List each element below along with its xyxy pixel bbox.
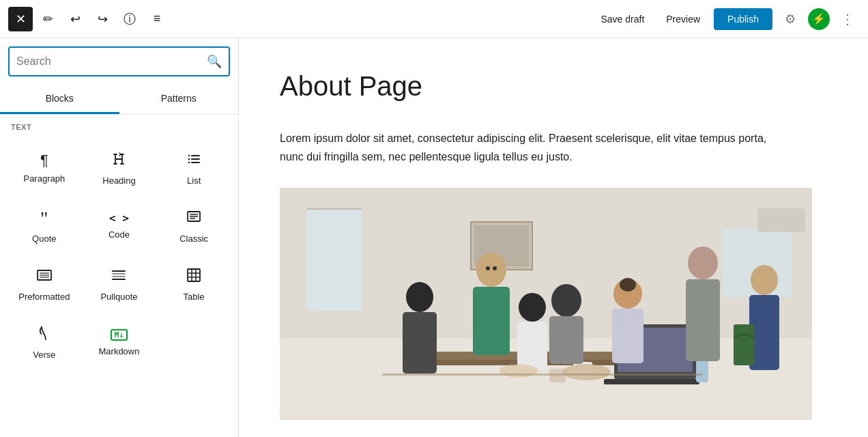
close-button[interactable]: ✕: [8, 7, 33, 31]
svg-rect-60: [734, 324, 754, 365]
redo-icon: ↪: [98, 12, 108, 27]
search-wrapper: 🔍: [8, 46, 230, 76]
pullquote-label: Pullquote: [100, 292, 137, 302]
table-label: Table: [184, 292, 205, 302]
svg-point-43: [486, 266, 490, 270]
svg-point-53: [751, 265, 778, 295]
more-options-button[interactable]: ⋮: [835, 7, 860, 31]
table-icon: [186, 267, 202, 286]
svg-rect-30: [757, 208, 805, 232]
block-quote[interactable]: " Quote: [8, 197, 81, 253]
content-area: About Page Lorem ipsum dolor sit amet, c…: [239, 38, 868, 437]
block-paragraph[interactable]: ¶ Paragraph: [8, 139, 81, 195]
svg-point-42: [476, 253, 506, 287]
heading-label: Heading: [102, 175, 135, 186]
svg-point-51: [688, 246, 718, 279]
svg-rect-45: [473, 287, 510, 355]
list-block-icon: [186, 151, 202, 170]
svg-point-44: [493, 266, 497, 270]
list-icon: ≡: [154, 12, 161, 26]
close-icon: ✕: [16, 12, 26, 27]
tab-patterns[interactable]: Patterns: [119, 85, 239, 114]
preformatted-label: Preformatted: [18, 292, 70, 302]
preview-button[interactable]: Preview: [658, 10, 708, 29]
settings-button[interactable]: ⚙: [778, 7, 802, 31]
svg-rect-25: [307, 208, 362, 311]
page-title[interactable]: About Page: [280, 71, 827, 102]
section-label-text: TEXT: [8, 123, 230, 131]
code-icon: < >: [109, 213, 129, 224]
block-preformatted[interactable]: Preformatted: [8, 255, 81, 311]
publish-button[interactable]: Publish: [714, 8, 772, 30]
more-icon: ⋮: [841, 11, 854, 27]
svg-point-40: [406, 282, 433, 312]
block-grid: ¶ Paragraph Heading: [8, 139, 230, 369]
gear-icon: ⚙: [785, 12, 796, 27]
block-list[interactable]: List: [158, 139, 230, 195]
search-area: 🔍: [0, 38, 238, 85]
list-block-label: List: [187, 175, 201, 186]
search-icon: 🔍: [207, 54, 222, 69]
block-table[interactable]: Table: [158, 255, 230, 311]
tab-blocks[interactable]: Blocks: [0, 85, 119, 114]
svg-rect-50: [612, 309, 643, 363]
svg-rect-52: [686, 279, 720, 361]
verse-label: Verse: [33, 350, 55, 360]
quote-label: Quote: [32, 234, 56, 244]
avatar-icon: ⚡: [812, 12, 826, 25]
classic-label: Classic: [179, 234, 208, 244]
save-draft-button[interactable]: Save draft: [592, 10, 652, 29]
info-button[interactable]: ⓘ: [117, 7, 142, 31]
topbar: ✕ ✏ ↩ ↪ ⓘ ≡ Save draft Preview Publish ⚙…: [0, 0, 868, 38]
pullquote-icon: [111, 267, 127, 286]
svg-point-57: [563, 364, 611, 380]
pencil-button[interactable]: ✏: [35, 7, 60, 31]
info-icon: ⓘ: [124, 11, 136, 27]
svg-point-46: [551, 284, 581, 317]
svg-point-49: [620, 278, 636, 292]
block-verse[interactable]: Verse: [8, 313, 81, 369]
avatar[interactable]: ⚡: [808, 8, 830, 30]
tabs: Blocks Patterns: [0, 85, 238, 115]
block-heading[interactable]: Heading: [83, 139, 156, 195]
block-markdown[interactable]: M↓ Markdown: [83, 313, 156, 369]
page-body-text[interactable]: Lorem ipsum dolor sit amet, consectetur …: [280, 129, 771, 166]
svg-rect-26: [307, 208, 362, 210]
list-view-button[interactable]: ≡: [145, 7, 169, 31]
verse-icon: [36, 325, 53, 344]
block-pullquote[interactable]: Pullquote: [83, 255, 156, 311]
page-image: [280, 188, 812, 420]
markdown-label: Markdown: [99, 346, 140, 356]
block-code[interactable]: < > Code: [83, 197, 156, 253]
undo-button[interactable]: ↩: [63, 7, 87, 31]
svg-rect-47: [549, 316, 583, 364]
undo-icon: ↩: [70, 12, 81, 27]
paragraph-icon: ¶: [40, 153, 48, 168]
svg-rect-56: [517, 322, 547, 369]
block-list: TEXT ¶ Paragraph Heading: [0, 115, 238, 437]
quote-icon: ": [40, 209, 48, 228]
topbar-right: Save draft Preview Publish ⚙ ⚡ ⋮: [592, 7, 860, 31]
search-input[interactable]: [16, 55, 207, 68]
pencil-icon: ✏: [43, 12, 53, 27]
code-label: Code: [108, 229, 130, 240]
markdown-icon: M↓: [111, 329, 128, 341]
heading-icon: [111, 151, 127, 170]
block-classic[interactable]: Classic: [158, 197, 230, 253]
svg-rect-59: [382, 373, 703, 376]
classic-icon: [186, 209, 202, 228]
topbar-left: ✕ ✏ ↩ ↪ ⓘ ≡: [8, 7, 169, 31]
svg-rect-35: [604, 379, 699, 384]
svg-point-55: [519, 293, 546, 322]
svg-rect-18: [188, 269, 200, 281]
paragraph-label: Paragraph: [23, 173, 65, 184]
main-layout: 🔍 Blocks Patterns TEXT ¶ Paragraph: [0, 38, 868, 437]
redo-button[interactable]: ↪: [90, 7, 115, 31]
sidebar: 🔍 Blocks Patterns TEXT ¶ Paragraph: [0, 38, 239, 437]
preformatted-icon: [36, 267, 53, 286]
svg-rect-41: [403, 312, 437, 373]
